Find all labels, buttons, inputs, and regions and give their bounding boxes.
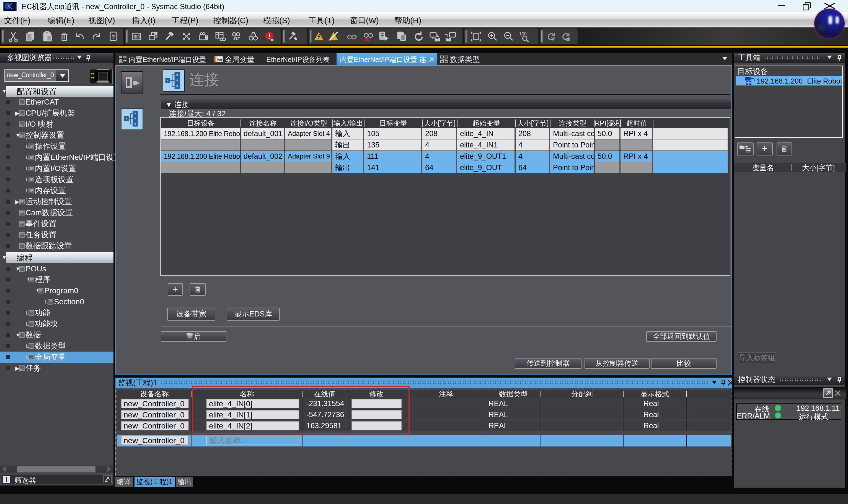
svg-text:var: var — [217, 57, 223, 62]
svg-text:?: ? — [111, 34, 115, 40]
svg-text:3D: 3D — [134, 34, 140, 39]
svg-text:EIP: EIP — [119, 61, 123, 64]
svg-text:100: 100 — [519, 32, 527, 36]
